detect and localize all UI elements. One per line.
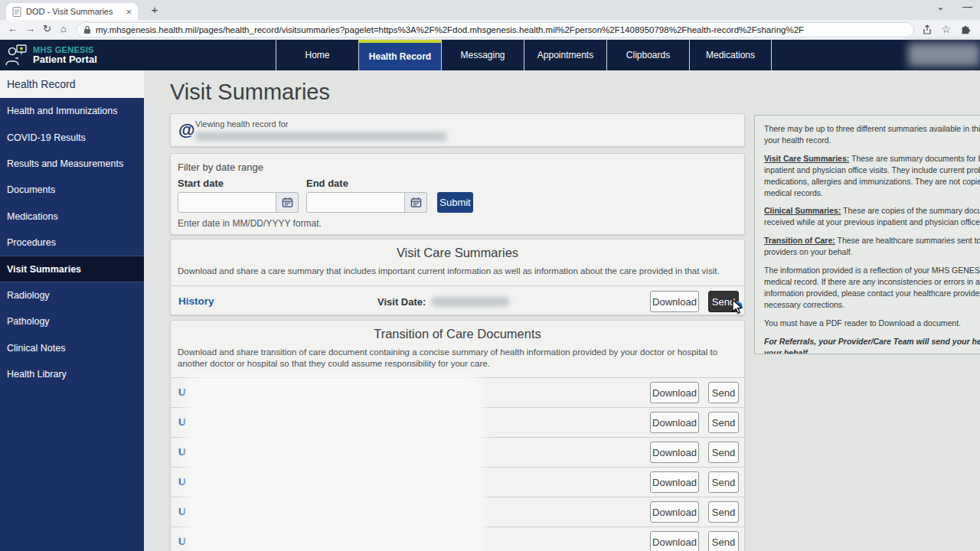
visit-care-summary-row: History Visit Date: Download Send <box>171 285 744 315</box>
info-paragraph: The information provided is a reflection… <box>764 265 980 311</box>
mouse-cursor-icon <box>730 299 743 315</box>
download-button[interactable]: Download <box>650 501 699 523</box>
sidebar-item-visit-summaries[interactable]: Visit Summaries <box>0 256 144 282</box>
start-date-input[interactable] <box>178 192 276 213</box>
nav-tab-messaging[interactable]: Messaging <box>441 40 524 70</box>
brand-line2: Patient Portal <box>33 54 97 65</box>
browser-tab-strip: DOD - Visit Summaries × + ⌄ — <box>0 0 980 20</box>
nav-tab-clipboards[interactable]: Clipboards <box>606 40 689 70</box>
tab-close-icon[interactable]: × <box>126 6 132 18</box>
url-bar[interactable]: my.mhsgenesis.health.mil/pages/health_re… <box>77 22 914 37</box>
home-icon[interactable]: ⌂ <box>60 23 67 34</box>
info-paragraph: Visit Care Summaries: These are summary … <box>764 153 980 199</box>
send-button[interactable]: Send <box>708 471 739 493</box>
new-tab-button[interactable]: + <box>147 2 162 18</box>
transition-of-care-card: Transition of Care Documents Download an… <box>170 320 745 551</box>
window-minimize-icon[interactable]: — <box>962 1 972 12</box>
transition-of-care-title: Transition of Care Documents <box>171 327 744 341</box>
send-button[interactable]: Send <box>708 442 739 463</box>
visit-date-label: Visit Date: <box>377 296 426 308</box>
redacted-document-titles <box>185 374 485 551</box>
info-paragraph: You must have a PDF reader to Download a… <box>764 318 980 329</box>
url-text: my.mhsgenesis.health.mil/pages/health_re… <box>96 25 804 34</box>
filter-legend: Filter by date range <box>178 161 263 173</box>
download-button[interactable]: Download <box>650 382 699 403</box>
redacted-patient-name <box>194 132 447 142</box>
info-paragraph: There may be up to three different summa… <box>764 123 980 146</box>
sidebar-item-medications[interactable]: Medications <box>0 204 144 230</box>
sidebar-item-procedures[interactable]: Procedures <box>0 230 144 256</box>
browser-window: DOD - Visit Summaries × + ⌄ — ← → ↻ ⌂ my… <box>0 0 980 551</box>
portal-header: MHS GENESIS Patient Portal Home Health R… <box>0 40 980 70</box>
sidebar-item-pathology[interactable]: Pathology <box>0 308 144 334</box>
redacted-user-name <box>908 43 980 67</box>
visit-care-summaries-description: Download and share a care summary that i… <box>178 266 740 277</box>
sidebar-item-health-library[interactable]: Health Library <box>0 361 144 387</box>
reload-icon[interactable]: ↻ <box>43 23 51 34</box>
sidebar-item-covid-19-results[interactable]: COVID-19 Results <box>0 124 144 150</box>
sidebar-item-results-and-measurements[interactable]: Results and Measurements <box>0 151 144 177</box>
submit-button[interactable]: Submit <box>437 192 473 213</box>
send-button[interactable]: Send <box>708 501 739 523</box>
end-date-label: End date <box>306 178 348 189</box>
info-paragraph-referrals: For Referrals, your Provider/Care Team w… <box>764 336 980 354</box>
viewing-record-card: @ Viewing health record for <box>170 113 745 147</box>
nav-tab-medications[interactable]: Medications <box>689 40 772 70</box>
page-favicon-icon <box>12 7 21 17</box>
history-link[interactable]: History <box>178 295 214 307</box>
calendar-icon <box>410 197 422 208</box>
page-title: Visit Summaries <box>170 80 330 105</box>
redacted-visit-date <box>431 297 510 307</box>
viewing-label: Viewing health record for <box>195 119 288 129</box>
browser-tab[interactable]: DOD - Visit Summaries × <box>6 3 138 20</box>
nav-tab-home[interactable]: Home <box>276 40 358 70</box>
download-button[interactable]: Download <box>650 291 699 312</box>
brand-logo[interactable]: MHS GENESIS Patient Portal <box>5 43 97 67</box>
download-button[interactable]: Download <box>650 442 699 463</box>
send-button[interactable]: Send <box>708 412 739 433</box>
nav-tab-appointments[interactable]: Appointments <box>524 40 606 70</box>
share-icon[interactable] <box>922 24 933 35</box>
tab-title: DOD - Visit Summaries <box>26 7 122 16</box>
send-button[interactable]: Send <box>708 382 739 403</box>
window-chevron-icon[interactable]: ⌄ <box>936 1 945 12</box>
calendar-icon <box>282 197 293 208</box>
summaries-info-panel: There may be up to three different summa… <box>754 115 980 354</box>
download-button[interactable]: Download <box>650 531 699 551</box>
sidebar-item-documents[interactable]: Documents <box>0 177 144 203</box>
end-date-input[interactable] <box>306 192 405 213</box>
health-record-sidebar: Health Record Health and Immunizations C… <box>0 70 144 551</box>
sidebar-item-clinical-notes[interactable]: Clinical Notes <box>0 335 144 361</box>
sidebar-item-health-and-immunizations[interactable]: Health and Immunizations <box>0 98 144 124</box>
start-date-label: Start date <box>178 178 224 189</box>
sidebar-header: Health Record <box>0 70 144 98</box>
top-navigation: Home Health Record Messaging Appointment… <box>276 40 772 70</box>
nav-tab-health-record[interactable]: Health Record <box>358 40 441 70</box>
visit-care-summaries-card: Visit Care Summaries Download and share … <box>170 239 745 315</box>
date-format-hint: Enter date in MM/DD/YYYY format. <box>178 218 322 229</box>
sidebar-item-radiology[interactable]: Radiology <box>0 282 144 308</box>
bookmark-star-icon[interactable]: ☆ <box>941 23 951 35</box>
transition-of-care-description: Download and share transition of care do… <box>178 347 730 370</box>
person-at-icon: @ <box>178 120 194 140</box>
start-date-calendar-button[interactable] <box>276 192 299 213</box>
end-date-calendar-button[interactable] <box>405 192 427 213</box>
info-paragraph: Clinical Summaries: These are copies of … <box>764 205 980 228</box>
extensions-puzzle-icon[interactable] <box>960 24 971 35</box>
send-button[interactable]: Send <box>708 531 739 551</box>
date-filter-card: Filter by date range Start date End date <box>170 153 745 235</box>
info-paragraph: Transition of Care: These are healthcare… <box>764 235 980 258</box>
lock-icon <box>83 25 91 34</box>
forward-icon[interactable]: → <box>25 23 35 34</box>
main-content: Visit Summaries @ Viewing health record … <box>144 70 980 551</box>
mhs-genesis-logo-icon <box>5 43 29 67</box>
back-icon[interactable]: ← <box>8 23 18 34</box>
download-button[interactable]: Download <box>650 412 699 433</box>
visit-care-summaries-title: Visit Care Summaries <box>171 246 744 260</box>
download-button[interactable]: Download <box>650 471 699 493</box>
browser-toolbar: ← → ↻ ⌂ my.mhsgenesis.health.mil/pages/h… <box>0 20 980 40</box>
